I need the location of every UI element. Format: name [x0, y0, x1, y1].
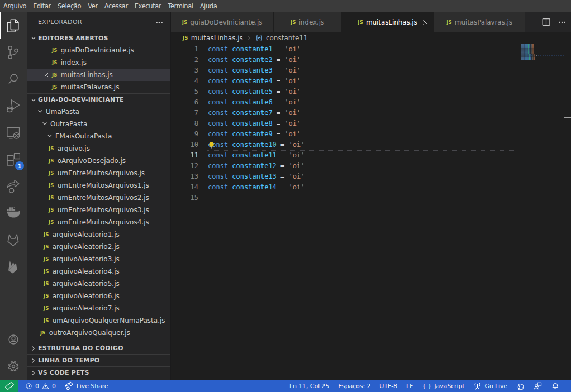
code-line-14[interactable]: 14const constante14 = 'oi' — [171, 182, 571, 193]
tree-file-outroArquivoQualquer.js[interactable]: JSoutroArquivoQualquer.js — [27, 327, 170, 339]
activity-gitlab-icon[interactable] — [0, 227, 27, 254]
menu-seleção[interactable]: Seleção — [54, 0, 84, 12]
tree-file-umArquivoQualquerNumaPasta.js[interactable]: JSumArquivoQualquerNumaPasta.js — [27, 314, 170, 327]
tree-file-arquivo.js[interactable]: JSarquivo.js — [27, 142, 170, 155]
status-notifications[interactable] — [547, 380, 564, 392]
activity-search-icon[interactable] — [0, 66, 27, 93]
activity-docker-icon[interactable] — [0, 200, 27, 227]
open-editor-index.js[interactable]: JSindex.js — [27, 56, 170, 69]
status-cursor-position[interactable]: Ln 11, Col 25 — [285, 380, 334, 392]
code-line-3[interactable]: 3const constante3 = 'oi' — [171, 65, 571, 76]
tab-guiaDoDevIniciante.js[interactable]: JSguiaDoDevIniciante.js — [171, 12, 274, 32]
close-icon[interactable] — [421, 18, 430, 27]
open-editor-muitasPalavras.js[interactable]: JSmuitasPalavras.js — [27, 81, 170, 93]
menu-editar[interactable]: Editar — [30, 0, 54, 12]
tab-muitasPalavras.js[interactable]: JSmuitasPalavras.js — [434, 12, 525, 32]
activity-remote-explorer-icon[interactable] — [0, 119, 27, 146]
open-editor-guiaDoDevIniciante.js[interactable]: JSguiaDoDevIniciante.js — [27, 44, 170, 56]
status-label: LF — [406, 383, 413, 390]
line-text: const constante10 = 'oi' — [208, 140, 304, 150]
section-header-estrutura-do-c-digo[interactable]: ESTRUTURA DO CÓDIGO — [27, 342, 170, 354]
section-header-vs-code-pets[interactable]: VS CODE PETS — [27, 366, 170, 379]
line-text: const constante5 = 'oi' — [208, 87, 301, 97]
token-variable: constante4 — [232, 77, 272, 85]
tree-file-umEntreMuitosArquivos2.js[interactable]: JSumEntreMuitosArquivos2.js — [27, 192, 170, 204]
code-editor[interactable]: 1const constante1 = 'oi'2const constante… — [171, 44, 571, 380]
code-line-9[interactable]: 9const constante9 = 'oi' — [171, 129, 571, 140]
code-line-8[interactable]: 8const constante8 = 'oi' — [171, 118, 571, 129]
tree-file-arquivoAleatorio7.js[interactable]: JSarquivoAleatorio7.js — [27, 302, 170, 314]
section-header-linha-do-tempo[interactable]: LINHA DO TEMPO — [27, 354, 170, 366]
tree-file-umEntreMuitosArquivos.js[interactable]: JSumEntreMuitosArquivos.js — [27, 167, 170, 179]
tree-file-umEntreMuitosArquivos3.js[interactable]: JSumEntreMuitosArquivos3.js — [27, 204, 170, 216]
open-editor-muitasLinhas.js[interactable]: JSmuitasLinhas.js — [27, 69, 170, 81]
status-language-mode[interactable]: { }JavaScript — [417, 380, 469, 392]
menu-arquivo[interactable]: Arquivo — [0, 0, 30, 12]
status-eol[interactable]: LF — [402, 380, 417, 392]
tree-file-arquivoAleatorio6.js[interactable]: JSarquivoAleatorio6.js — [27, 290, 170, 302]
menu-acessar[interactable]: Acessar — [101, 0, 131, 12]
tree-file-arquivoAleatorio3.js[interactable]: JSarquivoAleatorio3.js — [27, 253, 170, 265]
error-count: 0 — [35, 383, 39, 390]
tab-muitasLinhas.js[interactable]: JSmuitasLinhas.js — [341, 12, 434, 32]
tree-folder-EMaisOutraPasta[interactable]: EMaisOutraPasta — [27, 130, 170, 142]
lightbulb-icon[interactable] — [208, 141, 215, 149]
status-live-share[interactable]: Live Share — [60, 380, 113, 392]
status-feedback[interactable] — [529, 380, 547, 392]
menu-ver[interactable]: Ver — [84, 0, 101, 12]
tab-index.js[interactable]: JSindex.js — [274, 12, 341, 32]
token-variable: constante14 — [232, 183, 276, 191]
menu-ajuda[interactable]: Ajuda — [197, 0, 221, 12]
activity-extensions-icon[interactable]: 1 — [0, 146, 27, 173]
code-line-13[interactable]: 13const constante13 = 'oi' — [171, 171, 571, 182]
activity-source-control-icon[interactable] — [0, 39, 27, 66]
activity-live-share-icon[interactable] — [0, 173, 27, 200]
activity-firebase-icon[interactable] — [0, 254, 27, 280]
tree-file-oArquivoDesejado.js[interactable]: JSoArquivoDesejado.js — [27, 155, 170, 167]
code-line-6[interactable]: 6const constante6 = 'oi' — [171, 97, 571, 108]
tree-file-arquivoAleatorio4.js[interactable]: JSarquivoAleatorio4.js — [27, 265, 170, 278]
breadcrumb-file[interactable]: muitasLinhas.js — [191, 34, 243, 42]
remote-indicator[interactable] — [0, 380, 18, 392]
status-vscode-pets[interactable] — [512, 380, 529, 392]
close-icon[interactable] — [42, 70, 51, 79]
menu-executar[interactable]: Executar — [131, 0, 165, 12]
tree-file-arquivoAleatorio2.js[interactable]: JSarquivoAleatorio2.js — [27, 241, 170, 253]
code-line-1[interactable]: 1const constante1 = 'oi' — [171, 44, 571, 55]
code-line-15[interactable]: 15 — [171, 193, 571, 203]
tree-file-umEntreMuitosArquivos4.js[interactable]: JSumEntreMuitosArquivos4.js — [27, 216, 170, 228]
file-label: umEntreMuitosArquivos1.js — [58, 181, 149, 189]
status-label: Go Live — [484, 383, 507, 390]
status-go-live[interactable]: Go Live — [469, 380, 512, 392]
minimap[interactable] — [520, 44, 564, 62]
tree-file-umEntreMuitosArquivos1.js[interactable]: JSumEntreMuitosArquivos1.js — [27, 179, 170, 192]
more-actions-icon[interactable] — [558, 18, 567, 27]
code-line-11[interactable]: 11const constante11 = 'oi' — [171, 150, 571, 161]
activity-manage-icon[interactable] — [0, 353, 27, 380]
more-actions-icon[interactable] — [155, 18, 164, 27]
code-line-10[interactable]: 10const constante10 = 'oi' — [171, 140, 571, 150]
tree-file-arquivoAleatorio1.js[interactable]: JSarquivoAleatorio1.js — [27, 228, 170, 241]
tree-folder-UmaPasta[interactable]: UmaPasta — [27, 106, 170, 118]
code-line-4[interactable]: 4const constante4 = 'oi' — [171, 76, 571, 87]
code-line-5[interactable]: 5const constante5 = 'oi' — [171, 87, 571, 97]
menu-terminal[interactable]: Terminal — [164, 0, 196, 12]
tree-folder-OutraPasta[interactable]: OutraPasta — [27, 118, 170, 130]
breadcrumb-symbol[interactable]: constante11 — [266, 34, 308, 42]
section-header-open-editors[interactable]: EDITORES ABERTOS — [27, 32, 170, 44]
activity-run-and-debug-icon[interactable] — [0, 93, 27, 119]
code-line-2[interactable]: 2const constante2 = 'oi' — [171, 55, 571, 65]
overview-cursor-marker — [564, 117, 571, 118]
token-operator: = — [280, 183, 284, 191]
activity-explorer-icon[interactable] — [0, 12, 27, 39]
section-header-folder[interactable]: GUIA-DO-DEV-INICIANTE — [27, 93, 170, 106]
status-problems[interactable]: 00 — [21, 380, 60, 392]
activity-accounts-icon[interactable] — [0, 326, 27, 353]
code-line-12[interactable]: 12const constante12 = 'oi' — [171, 161, 571, 171]
status-encoding[interactable]: UTF-8 — [375, 380, 402, 392]
status-indentation[interactable]: Espaços: 2 — [334, 380, 375, 392]
split-editor-icon[interactable] — [541, 17, 551, 27]
warning-icon — [42, 383, 49, 390]
tree-file-arquivoAleatorio5.js[interactable]: JSarquivoAleatorio5.js — [27, 278, 170, 290]
code-line-7[interactable]: 7const constante7 = 'oi' — [171, 108, 571, 118]
